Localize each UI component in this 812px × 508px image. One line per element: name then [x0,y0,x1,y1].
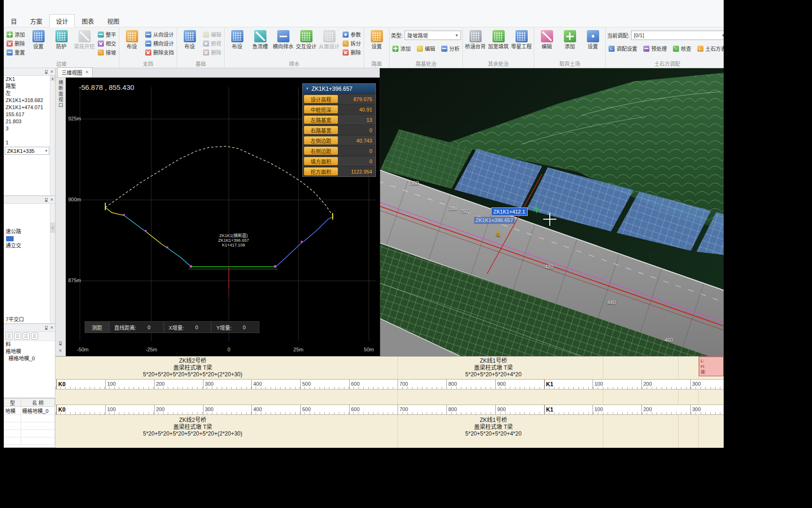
foundation-layout-button[interactable]: 布设 [179,28,201,61]
export-tool-icon[interactable] [23,333,30,340]
current-allocation-select[interactable]: [0/1]▼ [631,31,724,40]
bridge-pier-type: 盖梁柱式墩 T梁 [143,424,242,431]
column-header[interactable]: 型 [4,399,21,407]
station-tooltip: ZK1K1+412.1 [491,207,528,216]
pit-settings-button[interactable]: 设置 [582,28,604,61]
info-panel-header[interactable]: ▼ZK1K1+396.657 [303,84,375,94]
ribbon-group-foundation: 布设 编辑 俯视 删除 基础 [177,27,225,68]
menu-tab-project[interactable]: 目 [5,15,23,27]
close-icon[interactable]: × [50,70,53,74]
pit-edit-button[interactable]: 编辑 [536,28,558,61]
intersect-button[interactable]: 相交 [96,39,117,48]
list-item[interactable]: ZK1K1+318.682 [4,97,55,104]
earthwork-table-button[interactable]: 土石方表 [696,44,724,53]
delete-tool-icon[interactable] [31,333,38,340]
allocation-settings-button[interactable]: 调配设置 [607,44,639,53]
pin-icon[interactable] [45,70,47,74]
view-3d[interactable]: 360 380 797 ZK1K1+412.1 ZK1K1+396.657 4 … [380,68,724,356]
table-row[interactable]: 地模 栅格地模_0 [4,407,55,415]
misc-works-button[interactable]: 零星工程 [510,28,532,61]
list-tool-icon[interactable] [6,333,13,340]
menu-tab-design[interactable]: 设计 [49,14,75,27]
verify-button[interactable]: 核查 [671,44,693,53]
list-item[interactable]: 左 [4,90,55,97]
list-item[interactable]: 7平交口 [4,316,55,323]
slope-add-button[interactable]: 添加 [5,30,26,39]
widening-fill-button[interactable]: 加宽填筑 [487,28,509,61]
close-icon[interactable]: × [59,349,62,353]
measure-button[interactable]: 测距 [85,322,109,333]
transverse-drain-button[interactable]: 横向排水 [272,28,294,61]
pavement-settings-button[interactable]: 设置 [366,28,388,61]
drainage-layout-button[interactable]: 布设 [226,28,248,61]
longitudinal-design-button[interactable]: 从向设计 [144,30,175,39]
view3d-canvas[interactable] [380,68,724,356]
cross-section-viewport[interactable]: -56.878 , 855.430 925m 900m 875m -50m -2… [66,78,380,356]
slope-delete-button[interactable]: 删除 [5,39,26,48]
list-item[interactable]: 路堑 [4,83,55,90]
slope-settings-button[interactable]: 设置 [27,28,49,61]
close-icon[interactable]: × [50,198,53,202]
list-item[interactable]: 速公路 [4,228,55,235]
transverse-design-button[interactable]: 横向设计 [144,39,175,48]
cross-section-viewport-tab[interactable]: 横断面视口 [57,80,64,108]
tree-item[interactable]: 栅格地模_0 [4,355,55,362]
profile-design-button[interactable]: 从面设计 [318,28,340,61]
preprocess-button[interactable]: 预处理 [642,44,668,53]
menu-tab-charts[interactable]: 图表 [76,15,100,27]
tree-item[interactable]: 格地模 [4,348,55,355]
foundation-edit-button[interactable]: 编辑 [202,30,223,39]
foundation-topview-button[interactable]: 俯视 [202,39,223,48]
menu-tab-view[interactable]: 视图 [101,15,125,27]
treatment-edit-button[interactable]: 编辑 [415,44,437,53]
list-item[interactable]: 1 [4,139,55,146]
scrollbar[interactable]: ≡ [50,204,55,323]
scroll-handle-icon[interactable]: ≡ [50,222,55,233]
drainage-delete-button[interactable]: 删除 [341,48,362,56]
drainage-params-button[interactable]: 参数 [341,30,362,39]
list-item[interactable]: 155.617 [4,111,55,118]
tab-3d-view[interactable]: 三维视图 × [57,67,93,77]
pit-add-button[interactable]: 添加 [559,28,581,61]
close-icon[interactable]: × [86,70,88,75]
reset-icon [7,49,13,56]
button-label: 设置 [588,44,598,49]
column-divider [398,357,398,448]
application-window: 目 方案 设计 图表 视图 添加 删除 重置 设置 防护 梁底开挖 整平 相交 … [4,0,724,448]
list-item[interactable]: 3 [4,125,55,132]
selected-road-swatch[interactable] [6,236,14,241]
list-item[interactable]: ZK1K1+474.071 [4,104,55,111]
list-item[interactable]: 通立交 [4,242,55,249]
retaining-layout-button[interactable]: 布设 [121,28,143,61]
treatment-add-button[interactable]: 添加 [391,44,412,53]
slope-protection-button[interactable]: 防护 [50,28,72,61]
delete-retaining-button[interactable]: 删除支挡 [144,48,175,56]
measure-bar: 测距 直线距离:0 X增量:0 Y增量:0 [85,321,259,333]
pin-icon[interactable] [45,198,47,202]
pin-icon[interactable] [45,326,47,330]
scrollbar[interactable]: ▲ [50,76,55,195]
foundation-delete-button[interactable]: 删除 [202,48,223,56]
split-button[interactable]: 拆分 [341,39,362,48]
beam-excavation-button[interactable]: 梁底开挖 [73,28,95,61]
slope-reset-button[interactable]: 重置 [5,48,26,56]
list-item[interactable]: ZK1 [4,76,55,83]
station-combobox[interactable]: ZK1K1+335▼ [5,147,49,155]
column-header[interactable]: 名 称 [21,399,55,407]
pin-icon[interactable] [59,341,62,345]
grid-tool-icon[interactable] [14,333,21,340]
collapse-icon[interactable]: ▼ [305,87,309,91]
treatment-analyze-button[interactable]: 分析 [440,44,461,53]
interactive-design-button[interactable]: 交互设计 [295,28,317,61]
list-item[interactable]: 21.803 [4,118,55,125]
bridge-abutment-button[interactable]: 桥涵台背 [464,28,486,61]
tree-item[interactable]: 料 [4,341,55,348]
treatment-type-select[interactable]: 陡坡路堤▼ [405,31,461,40]
chute-button[interactable]: 急流槽 [249,28,271,61]
scroll-up-icon[interactable]: ▲ [50,76,55,81]
flatten-button[interactable]: 整平 [96,30,117,39]
earthwork-allocation-band[interactable]: ZK线2号桥 盖梁柱式墩 T梁 5*20+5*20+5*20+5*20+5*20… [55,356,724,448]
join-slope-button[interactable]: 接坡 [96,48,117,56]
close-icon[interactable]: × [50,325,53,330]
menu-tab-scheme[interactable]: 方案 [24,15,48,27]
